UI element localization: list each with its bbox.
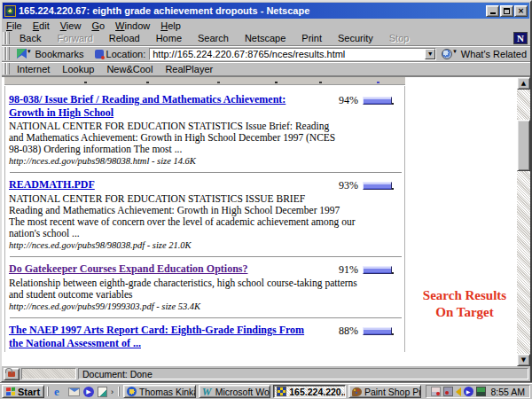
result-title-link[interactable]: READMATH.PDF — [9, 178, 339, 192]
result-score-percent: 93% — [339, 179, 358, 192]
scroll-down-arrow[interactable]: ▼ — [517, 354, 530, 366]
start-button[interactable]: Start — [2, 385, 44, 398]
tray-scheduler-icon[interactable] — [431, 387, 441, 396]
relevance-bar-icon — [363, 97, 392, 105]
outlook-express-icon[interactable] — [68, 387, 80, 396]
menu-go[interactable]: Go — [91, 20, 105, 31]
location-label: Location: — [106, 49, 146, 59]
close-button[interactable]: × — [514, 5, 528, 17]
bookmarks-dropdown-arrow: ▾ — [27, 48, 31, 55]
whats-related-button[interactable]: What's Related — [461, 49, 527, 59]
result-title-link[interactable]: 98-038/ Issue Brief / Reading and Mathem… — [9, 93, 339, 120]
result-title-link[interactable]: Do Gatekeeper Courses Expand Education O… — [9, 262, 339, 276]
scrolled-element-remnant — [4, 77, 405, 85]
volume-icon[interactable] — [456, 387, 461, 396]
restore-button[interactable] — [500, 5, 513, 17]
bookmarks-icon — [17, 49, 27, 59]
status-message: Document: Done — [78, 368, 528, 379]
restore-icon — [504, 8, 510, 14]
realplayer-icon[interactable]: ▶ — [83, 387, 94, 397]
result-url: http://nces.ed.gov/pubs98/98038.html - s… — [9, 156, 403, 167]
task-button-microsoft-word[interactable]: W Microsoft Word ... — [199, 385, 271, 398]
relevance-bar-icon — [363, 327, 392, 335]
taskbar-clock[interactable]: 8:55 AM — [489, 387, 526, 397]
result-score: 88% — [339, 324, 403, 338]
personal-toolbar-lookup[interactable]: Lookup — [62, 64, 94, 74]
netscape-window-icon — [277, 387, 286, 396]
task-label: Microsoft Word ... — [215, 387, 271, 397]
result-score: 94% — [339, 93, 403, 107]
internet-explorer-icon[interactable]: e — [54, 386, 65, 397]
unlock-icon — [8, 372, 15, 377]
personal-toolbar-internet[interactable]: Internet — [17, 64, 50, 74]
print-button[interactable]: Print — [293, 32, 330, 44]
minimize-icon — [490, 12, 496, 14]
home-button[interactable]: Home — [148, 32, 190, 44]
menu-help[interactable]: Help — [160, 20, 181, 31]
windows-taskbar: Start e ▶ › Thomas Kinkad... W Microsoft… — [0, 383, 532, 399]
search-button[interactable]: Search — [190, 32, 237, 44]
security-button[interactable]: Security — [330, 32, 381, 44]
menu-file[interactable]: File — [6, 20, 22, 31]
security-indicator[interactable] — [4, 368, 20, 380]
result-divider — [10, 172, 402, 174]
quick-launch-overflow-arrow[interactable]: › — [111, 387, 113, 396]
minimize-button[interactable] — [486, 5, 499, 17]
result-description: NATIONAL CENTER FOR EDUCATION STATISTICS… — [9, 121, 403, 155]
netscape-logo-icon[interactable]: N — [513, 32, 528, 44]
start-label: Start — [18, 387, 40, 397]
windows-logo-icon — [6, 387, 15, 396]
taskbar-separator — [118, 387, 121, 396]
menu-bar: File Edit View Go Window Help — [2, 20, 530, 31]
scrollbar-thumb[interactable] — [517, 120, 530, 171]
menu-window[interactable]: Window — [115, 20, 150, 31]
toolbar-grip[interactable] — [3, 63, 10, 74]
forward-button: Forward — [49, 32, 100, 44]
task-button-paint-shop-pro[interactable]: Paint Shop Pro ... — [348, 385, 421, 398]
progress-meter — [21, 368, 76, 379]
taskbar-separator — [47, 387, 50, 396]
task-label: Thomas Kinkad... — [139, 387, 196, 397]
personal-toolbar-realplayer[interactable]: RealPlayer — [165, 64, 213, 74]
task-label: 165.224.220... — [289, 387, 346, 397]
toolbar-grip[interactable] — [3, 32, 10, 44]
result-url: http://nces.ed.gov/pubs98/98038.pdf - si… — [9, 240, 403, 251]
word-icon: W — [202, 387, 213, 397]
result-score-percent: 88% — [339, 325, 358, 338]
reload-button[interactable]: Reload — [101, 32, 148, 44]
title-bar[interactable]: 165.224.220.67: eighth grade achievement… — [3, 3, 529, 19]
back-button[interactable]: Back — [12, 32, 49, 44]
bookmarks-button[interactable]: Bookmarks — [35, 49, 84, 59]
task-label: Paint Shop Pro ... — [364, 387, 421, 397]
kinkade-window-icon — [127, 387, 137, 396]
task-button-thomas-kinkade[interactable]: Thomas Kinkad... — [123, 385, 196, 398]
task-button-netscape-active[interactable]: 165.224.220... — [273, 385, 346, 398]
result-title-link[interactable]: The NAEP 1997 Arts Report Card: Eighth-G… — [9, 324, 339, 350]
tray-realplayer-icon[interactable]: ▶ — [464, 387, 473, 396]
window-title: 165.224.220.67: eighth grade achievement… — [19, 5, 483, 16]
vertical-scrollbar[interactable]: ▲ ▼ — [517, 77, 530, 366]
scroll-up-arrow[interactable]: ▲ — [517, 77, 530, 90]
result-url: http://nces.ed.gov/pubs99/1999303.pdf - … — [9, 301, 403, 312]
display-settings-icon[interactable] — [476, 387, 486, 396]
compose-message-icon[interactable] — [98, 387, 107, 397]
search-result: Do Gatekeeper Courses Expand Education O… — [9, 262, 403, 319]
result-description: Relationship between eighth-grade charac… — [9, 278, 403, 301]
url-dropdown-button[interactable]: ▼ — [425, 49, 435, 59]
netscape-app-icon — [4, 5, 16, 17]
status-bar: Document: Done — [2, 366, 530, 381]
location-toolbar: ▾ Bookmarks Location: ▼ ▾ What's Related — [2, 46, 530, 62]
search-result: 98-038/ Issue Brief / Reading and Mathem… — [9, 93, 403, 174]
navigation-toolbar: Back Forward Reload Home Search Netscape… — [2, 31, 530, 46]
toolbar-grip[interactable] — [3, 47, 10, 60]
result-score: 91% — [339, 262, 403, 277]
url-input[interactable] — [149, 48, 436, 60]
personal-toolbar-newcool[interactable]: New&Cool — [106, 64, 153, 74]
personal-toolbar: Internet Lookup New&Cool RealPlayer — [2, 62, 530, 76]
netscape-button[interactable]: Netscape — [237, 32, 293, 44]
menu-edit[interactable]: Edit — [33, 20, 50, 31]
result-divider — [10, 317, 402, 319]
menu-view[interactable]: View — [60, 20, 82, 31]
whats-related-icon — [442, 49, 452, 59]
tray-recorder-icon[interactable] — [443, 387, 453, 396]
